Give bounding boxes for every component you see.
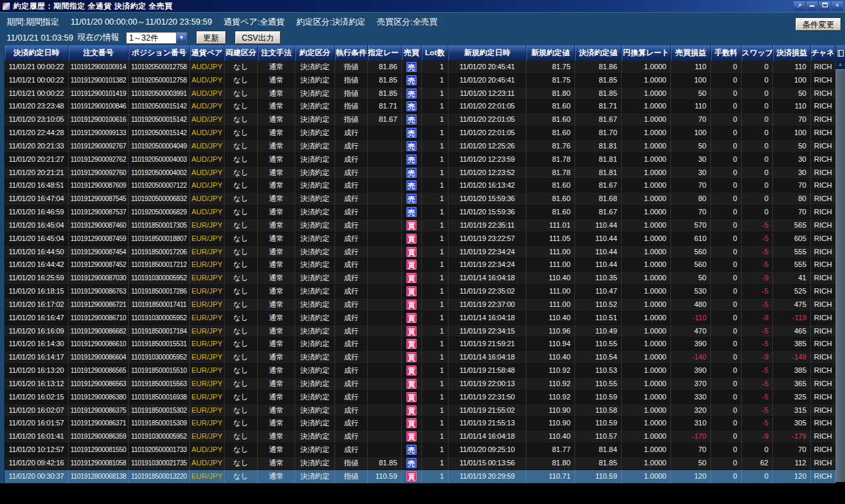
- table-row[interactable]: 11/01/20 16:47:0411019129000875451101920…: [5, 192, 836, 206]
- table-cell: 指値: [335, 100, 368, 113]
- change-conditions-button[interactable]: 条件変更: [796, 18, 841, 31]
- scroll-up-button[interactable]: ▲: [836, 61, 845, 69]
- table-cell: 1101912900086763: [69, 285, 129, 298]
- table-row[interactable]: 11/01/20 16:16:0911019129000866821101918…: [5, 325, 836, 338]
- column-header[interactable]: 指定レート: [368, 45, 402, 61]
- column-header[interactable]: 円換算レート: [622, 45, 671, 61]
- popout-button[interactable]: ↗: [794, 1, 805, 11]
- table-row[interactable]: 11/01/20 16:17:0211019129000867211101918…: [5, 298, 836, 312]
- table-row[interactable]: 11/01/20 16:44:4211019129000874521101918…: [5, 258, 836, 272]
- table-row[interactable]: 11/01/20 22:44:2811019129000991331101920…: [5, 126, 836, 140]
- table-row[interactable]: 11/01/20 16:02:0711019129000863751101918…: [5, 404, 836, 417]
- table-row[interactable]: 11/01/20 00:30:3711019128000681381101918…: [5, 470, 836, 483]
- refresh-button[interactable]: 更新: [197, 31, 226, 44]
- table-cell: 1101912900100846: [69, 100, 129, 113]
- table-row[interactable]: 11/01/20 16:45:0411019129000874601101918…: [5, 219, 836, 232]
- table-cell: 0: [742, 87, 773, 101]
- table-cell: RICH: [811, 378, 836, 391]
- table-cell: 通常: [258, 443, 295, 457]
- table-cell: 1: [422, 74, 448, 87]
- table-row[interactable]: 11/01/20 16:45:0411019129000874591101918…: [5, 232, 836, 246]
- table-row[interactable]: 11/01/20 16:25:5911019129000870301101910…: [5, 272, 836, 285]
- close-button[interactable]: ×: [832, 1, 843, 11]
- table-row[interactable]: 11/01/21 00:00:2211019129001009141101920…: [5, 61, 836, 74]
- table-cell: 買: [402, 378, 422, 391]
- column-header[interactable]: 新規約定日時: [448, 45, 526, 61]
- table-row[interactable]: 11/01/20 16:46:5911019129000875371101920…: [5, 206, 836, 219]
- table-cell: 0: [742, 74, 773, 87]
- table-row[interactable]: 11/01/20 10:12:5711019129000815501101920…: [5, 443, 836, 457]
- column-header[interactable]: 注文手法: [258, 45, 295, 61]
- table-row[interactable]: 11/01/21 00:00:2211019129001014191101920…: [5, 87, 836, 101]
- table-row[interactable]: 11/01/21 00:00:2211019129001013821101920…: [5, 74, 836, 87]
- maximize-button[interactable]: [819, 1, 830, 11]
- table-row[interactable]: 11/01/20 16:13:2011019129000865651101918…: [5, 364, 836, 378]
- table-row[interactable]: 11/01/20 23:10:0511019129001006161101920…: [5, 113, 836, 126]
- column-header[interactable]: 新規約定値: [526, 45, 575, 61]
- column-header[interactable]: 両建区分: [225, 45, 258, 61]
- column-header[interactable]: 売買損益: [671, 45, 711, 61]
- table-cell: RICH: [811, 312, 836, 325]
- table-row[interactable]: 11/01/20 16:18:1511019129000867631101918…: [5, 285, 836, 298]
- table-cell: 1101920500015142: [129, 100, 190, 113]
- column-header[interactable]: 手数料: [711, 45, 742, 61]
- table-cell: RICH: [811, 74, 836, 87]
- column-header[interactable]: 決済約定値: [575, 45, 622, 61]
- column-header[interactable]: Lot数: [422, 45, 448, 61]
- table-cell: 11/01/20 16:13:42: [448, 179, 526, 192]
- chevron-down-icon[interactable]: ▼: [176, 33, 187, 43]
- table-row[interactable]: 11/01/20 16:44:5011019129000874541101918…: [5, 246, 836, 259]
- table-row[interactable]: 11/01/20 16:14:1711019129000866041101910…: [5, 351, 836, 364]
- table-row[interactable]: 11/01/20 16:14:3011019129000866101101918…: [5, 338, 836, 351]
- table-row[interactable]: 11/01/20 09:42:1611019129000810581101910…: [5, 457, 836, 470]
- table-row[interactable]: 11/01/20 23:23:4811019129001008461101920…: [5, 100, 836, 113]
- table-cell: 50: [773, 87, 811, 101]
- table-cell: -5: [742, 232, 773, 246]
- table-cell: なし: [225, 232, 258, 246]
- table-cell: 1: [422, 338, 448, 351]
- column-header[interactable]: 執行条件: [335, 45, 368, 61]
- scrollbar-thumb[interactable]: [836, 69, 845, 482]
- table-cell: RICH: [811, 232, 836, 246]
- table-cell: 決済約定: [295, 232, 335, 246]
- table-cell: 1.0000: [622, 391, 671, 404]
- minimize-button[interactable]: [806, 1, 818, 11]
- table-cell: 通常: [258, 113, 295, 126]
- column-header[interactable]: 決済損益: [773, 45, 811, 61]
- table-cell: 通常: [258, 272, 295, 285]
- column-header[interactable]: 約定区分: [295, 45, 335, 61]
- column-header[interactable]: チャネル: [811, 45, 836, 61]
- table-cell: 110.40: [526, 351, 575, 364]
- range-select[interactable]: 1～32件 ▼: [126, 32, 187, 44]
- table-cell: 81.80: [526, 87, 575, 101]
- column-header[interactable]: スワップ...: [742, 45, 773, 61]
- table-cell: 110.58: [575, 404, 622, 417]
- table-row[interactable]: 11/01/20 16:48:5111019129000876091101920…: [5, 179, 836, 192]
- table-cell: [368, 272, 402, 285]
- table-row[interactable]: 11/01/20 20:21:3311019129000927671101920…: [5, 140, 836, 153]
- column-header[interactable]: 注文番号: [69, 45, 129, 61]
- column-header[interactable]: 売買: [402, 45, 422, 61]
- table-row[interactable]: 11/01/20 20:21:2111019129000927601101920…: [5, 166, 836, 180]
- table-cell: 110.90: [526, 417, 575, 430]
- table-cell: 買: [402, 470, 422, 483]
- table-cell: 0: [711, 246, 742, 259]
- table-row[interactable]: 11/01/20 16:01:4111019129000863591101910…: [5, 430, 836, 443]
- table-row[interactable]: 11/01/20 16:02:1511019129000863801101918…: [5, 391, 836, 404]
- table-cell: 決済約定: [295, 457, 335, 470]
- table-cell: 111.01: [526, 219, 575, 232]
- csv-export-button[interactable]: CSV出力: [235, 31, 281, 44]
- column-header[interactable]: 決済約定日時: [5, 45, 69, 61]
- table-cell: なし: [225, 351, 258, 364]
- table-cell: 0: [711, 126, 742, 140]
- table-row[interactable]: 11/01/20 20:21:2711019129000927621101920…: [5, 153, 836, 166]
- table-row[interactable]: 11/01/20 16:16:4711019129000867101101910…: [5, 312, 836, 325]
- table-cell: [368, 312, 402, 325]
- column-header[interactable]: ポジション番号: [129, 45, 190, 61]
- table-row[interactable]: 11/01/20 16:01:5711019129000863711101918…: [5, 417, 836, 430]
- column-header[interactable]: 通貨ペア: [190, 45, 225, 61]
- column-settings-button[interactable]: [836, 45, 845, 61]
- table-cell: RICH: [811, 100, 836, 113]
- table-cell: 1: [422, 378, 448, 391]
- table-row[interactable]: 11/01/20 16:13:1211019129000865631101918…: [5, 378, 836, 391]
